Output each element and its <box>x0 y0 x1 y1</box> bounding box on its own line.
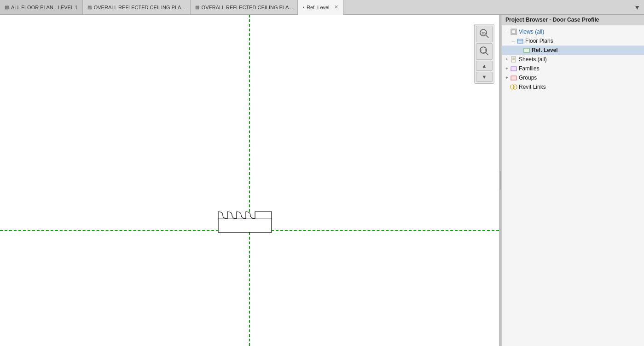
zoom-region-btn[interactable] <box>476 43 493 60</box>
tab-ref-level[interactable]: ▪ Ref. Level ✕ <box>298 0 343 15</box>
svg-rect-9 <box>517 39 523 43</box>
ref-level-icon: ▪ <box>302 5 304 10</box>
svg-rect-6 <box>481 48 486 52</box>
views-all-label: Views (all) <box>519 29 544 35</box>
svg-rect-0 <box>218 219 272 232</box>
svg-point-19 <box>513 85 517 89</box>
svg-line-5 <box>486 52 488 55</box>
toggle-ref-level <box>516 47 523 53</box>
svg-rect-16 <box>511 67 516 71</box>
views-all-icon <box>510 28 517 35</box>
tree-item-sheets-all[interactable]: + Sheets (all) <box>502 55 644 64</box>
toggle-families[interactable]: + <box>504 65 510 72</box>
svg-rect-11 <box>524 48 529 52</box>
vertical-reference-line <box>249 15 250 346</box>
scroll-up-btn[interactable]: ▲ <box>476 61 493 71</box>
zoom-2d-icon: 2D <box>479 28 490 40</box>
tab-ceiling-plan-1[interactable]: ▩ OVERALL REFLECTED CEILING PLA... <box>83 0 191 14</box>
main-area: 2D ▲ ▼ <box>0 15 644 346</box>
svg-rect-12 <box>511 57 516 62</box>
toggle-floor-plans[interactable]: ─ <box>510 38 516 44</box>
tab-ceiling-plan-2[interactable]: ▩ OVERALL REFLECTED CEILING PLA... <box>191 0 298 14</box>
tree-item-floor-plans[interactable]: ─ Floor Plans <box>502 36 644 46</box>
groups-icon <box>510 74 517 81</box>
tree-item-views-all[interactable]: ─ Views (all) <box>502 27 644 36</box>
browser-header: Project Browser - Door Case Profile <box>502 15 644 25</box>
project-browser: Project Browser - Door Case Profile ─ Vi… <box>501 15 644 346</box>
zoom-region-icon <box>479 46 490 58</box>
browser-title: Project Browser - Door Case Profile <box>505 17 599 23</box>
floor-plans-label: Floor Plans <box>525 38 553 44</box>
toggle-views-all[interactable]: ─ <box>504 29 510 35</box>
families-label: Families <box>519 65 540 72</box>
panel-divider[interactable] <box>499 15 501 346</box>
tree-item-groups[interactable]: + Groups <box>502 73 644 82</box>
tree-item-revit-links[interactable]: Revit Links <box>502 82 644 92</box>
canvas-area[interactable]: 2D ▲ ▼ <box>0 15 499 346</box>
tab-close-btn[interactable]: ✕ <box>334 4 338 10</box>
tab-ceiling-plan-1-label: OVERALL REFLECTED CEILING PLA... <box>94 5 186 10</box>
floor-plan-icon: ▩ <box>5 5 9 10</box>
floor-plans-icon <box>516 37 524 45</box>
toggle-sheets-all[interactable]: + <box>504 56 510 63</box>
tree-item-families[interactable]: + Families <box>502 64 644 73</box>
toggle-groups[interactable]: + <box>504 75 510 81</box>
tab-floor-plan[interactable]: ▩ ALL FLOOR PLAN - LEVEL 1 <box>0 0 83 14</box>
ref-level-icon <box>523 46 530 54</box>
svg-line-2 <box>486 35 488 38</box>
ceiling-plan-1-icon: ▩ <box>87 5 92 10</box>
tab-bar: ▩ ALL FLOOR PLAN - LEVEL 1 ▩ OVERALL REF… <box>0 0 644 15</box>
tab-floor-plan-label: ALL FLOOR PLAN - LEVEL 1 <box>11 5 78 10</box>
door-case-profile-shape <box>217 202 282 236</box>
tab-bar-collapse-btn[interactable]: ▼ <box>630 0 644 14</box>
tab-ceiling-plan-2-label: OVERALL REFLECTED CEILING PLA... <box>202 5 293 10</box>
scroll-up-icon: ▲ <box>482 63 487 69</box>
toggle-revit-links <box>504 84 510 90</box>
revit-links-icon <box>510 83 517 91</box>
scroll-down-icon: ▼ <box>482 74 487 80</box>
tab-ref-level-label: Ref. Level <box>307 5 330 10</box>
svg-text:2D: 2D <box>482 32 486 35</box>
svg-rect-8 <box>512 30 516 34</box>
nav-tools-panel: 2D ▲ ▼ <box>474 24 494 84</box>
sheets-all-label: Sheets (all) <box>519 56 547 63</box>
groups-label: Groups <box>519 75 537 81</box>
sheets-all-icon <box>510 56 517 63</box>
tree-item-ref-level[interactable]: Ref. Level <box>502 46 644 55</box>
families-icon <box>510 65 517 72</box>
ref-level-label: Ref. Level <box>532 47 558 53</box>
zoom-2d-btn[interactable]: 2D <box>476 26 493 42</box>
scroll-down-btn[interactable]: ▼ <box>476 72 493 82</box>
svg-rect-17 <box>511 76 516 80</box>
ceiling-plan-2-icon: ▩ <box>195 5 199 10</box>
revit-links-label: Revit Links <box>519 84 546 90</box>
browser-tree[interactable]: ─ Views (all) ─ Floor <box>502 25 644 346</box>
